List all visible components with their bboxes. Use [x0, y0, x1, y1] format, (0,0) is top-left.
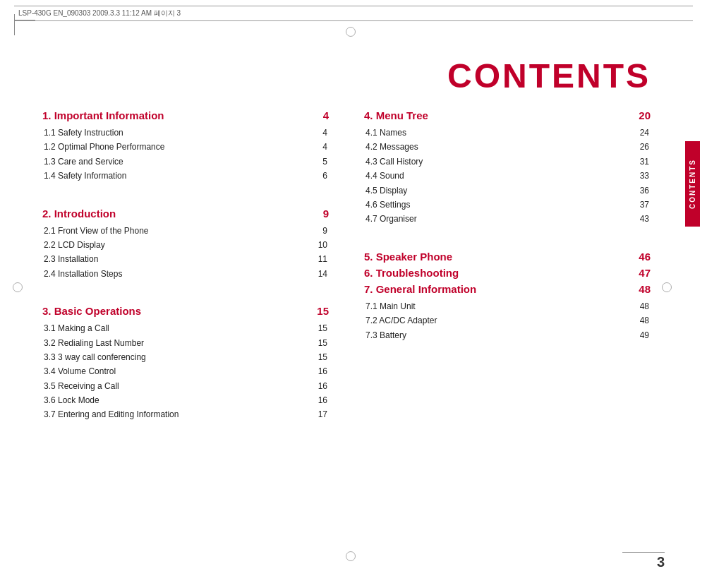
- toc-row: 1.2 Optimal Phone Performance4: [42, 140, 329, 154]
- section-1-heading: 1. Important Information 4: [42, 109, 329, 121]
- toc-row: 2.1 Front View of the Phone9: [42, 224, 329, 238]
- toc-row: 4.5 Display36: [364, 184, 651, 198]
- toc-row: 1.1 Safety Instruction4: [42, 126, 329, 140]
- reg-circle-right: [662, 282, 672, 292]
- reg-circle-bottom: [346, 551, 356, 561]
- content-area: 1. Important Information 4 1.1 Safety In…: [42, 109, 651, 546]
- section-3-heading: 3. Basic Operations 15: [42, 305, 329, 317]
- right-column: 4. Menu Tree 20 4.1 Names24 4.2 Messages…: [350, 109, 651, 546]
- toc-row: 7.2 AC/DC Adapter48: [364, 313, 651, 328]
- section-5-heading: 5. Speaker Phone 46: [364, 251, 651, 263]
- section-2-heading: 2. Introduction 9: [42, 208, 329, 220]
- toc-row: 2.3 Installation11: [42, 252, 329, 266]
- left-column: 1. Important Information 4 1.1 Safety In…: [42, 109, 350, 546]
- header-bar: LSP-430G EN_090303 2009.3.3 11:12 AM 페이지…: [14, 6, 693, 21]
- toc-row: 3.7 Entering and Editing Information17: [42, 407, 329, 421]
- reg-circle-top: [346, 27, 356, 37]
- toc-row: 4.6 Settings37: [364, 198, 651, 212]
- toc-row: 4.7 Organiser43: [364, 212, 651, 226]
- toc-row: 3.6 Lock Mode16: [42, 393, 329, 407]
- toc-row: 1.3 Care and Service5: [42, 155, 329, 169]
- page-title: CONTENTS: [447, 56, 651, 95]
- corner-mark-h: [14, 20, 35, 20]
- header-text: LSP-430G EN_090303 2009.3.3 11:12 AM 페이지…: [18, 8, 181, 18]
- toc-row: 4.3 Call History31: [364, 155, 651, 169]
- toc-row: 3.3 3 way call conferencing15: [42, 350, 329, 364]
- corner-mark-v: [14, 14, 15, 35]
- toc-row: 3.5 Receiving a Call16: [42, 379, 329, 393]
- toc-row: 7.3 Battery49: [364, 328, 651, 342]
- section-4-heading: 4. Menu Tree 20: [364, 109, 651, 121]
- section-7-heading: 7. General Information 48: [364, 283, 651, 295]
- toc-row: 7.1 Main Unit48: [364, 299, 651, 313]
- sidebar-contents-label: CONTENTS: [685, 141, 700, 227]
- toc-row: 4.2 Messages26: [364, 140, 651, 154]
- toc-row: 3.1 Making a Call15: [42, 321, 329, 335]
- toc-row: 2.4 Installation Steps14: [42, 267, 329, 281]
- page-number: 3: [657, 554, 665, 570]
- reg-circle-left: [13, 282, 23, 292]
- toc-row: 4.1 Names24: [364, 126, 651, 140]
- toc-row: 3.2 Redialing Last Number15: [42, 336, 329, 350]
- toc-row: 4.4 Sound33: [364, 169, 651, 183]
- toc-row: 1.4 Safety Information6: [42, 169, 329, 183]
- toc-row: 3.4 Volume Control16: [42, 364, 329, 378]
- section-6-heading: 6. Troubleshooting 47: [364, 267, 651, 279]
- toc-row: 2.2 LCD Display10: [42, 238, 329, 252]
- bottom-line: [622, 552, 665, 553]
